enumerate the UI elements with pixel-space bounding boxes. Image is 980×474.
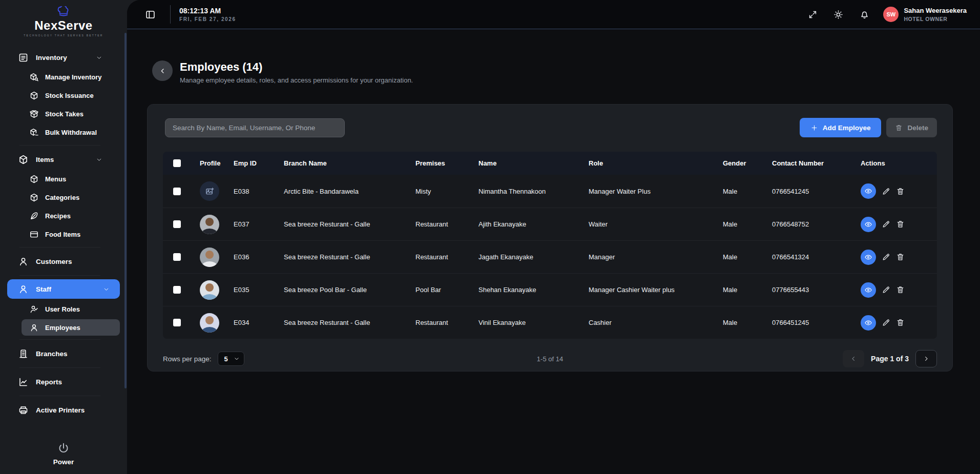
brightness-icon[interactable]	[833, 9, 844, 20]
power-button[interactable]: Power	[0, 442, 127, 474]
page-content: Employees (14) Manage employee details, …	[127, 29, 980, 474]
sidebar-item-label: Items	[36, 156, 54, 163]
page-head: Employees (14) Manage employee details, …	[152, 60, 947, 84]
users-icon	[18, 256, 29, 267]
edit-button[interactable]	[882, 187, 890, 196]
view-button[interactable]	[861, 217, 876, 232]
fullscreen-icon[interactable]	[808, 10, 818, 19]
rows-per-page-select[interactable]: 5	[218, 352, 244, 366]
row-checkbox[interactable]	[173, 319, 181, 326]
sidebar-toggle-icon[interactable]	[145, 9, 156, 20]
page-head-text: Employees (14) Manage employee details, …	[180, 60, 413, 84]
cell-name: Nimantha Thennakoon	[470, 175, 580, 208]
delete-button[interactable]: Delete	[886, 118, 937, 137]
chevron-down-icon	[103, 286, 110, 293]
sidebar-item-label: Stock Issuance	[45, 92, 94, 99]
trash-icon	[896, 253, 905, 261]
profile-avatar-photo	[200, 280, 219, 300]
edit-button[interactable]	[882, 285, 890, 294]
sidebar-item-food-items[interactable]: Food Items	[0, 225, 127, 243]
column-header-premises: Premises	[407, 152, 470, 175]
row-checkbox[interactable]	[173, 253, 181, 261]
brand-logo: NexServe TECHNOLOGY THAT SERVES BETTER	[0, 0, 127, 39]
cell-premises: Misty	[407, 175, 470, 208]
sidebar: NexServe TECHNOLOGY THAT SERVES BETTER I…	[0, 0, 127, 474]
cell-name: Vinil Ekanayake	[470, 306, 580, 339]
sidebar-item-label: Recipes	[45, 212, 71, 220]
sidebar-item-staff[interactable]: Staff	[7, 279, 120, 299]
eye-icon	[864, 286, 872, 294]
previous-page-button[interactable]	[843, 350, 864, 367]
rows-per-page-label: Rows per page:	[163, 355, 212, 363]
edit-button[interactable]	[882, 253, 890, 261]
pencil-icon	[882, 285, 890, 294]
sidebar-item-reports[interactable]: Reports	[0, 372, 127, 392]
cell-premises: Restaurant	[407, 240, 470, 273]
sidebar-item-recipes[interactable]: Recipes	[0, 207, 127, 225]
brand-tagline: TECHNOLOGY THAT SERVES BETTER	[0, 34, 127, 37]
cell-branch: Sea breeze Pool Bar - Galle	[276, 273, 407, 306]
view-button[interactable]	[861, 282, 876, 298]
sidebar-item-menus[interactable]: Menus	[0, 170, 127, 188]
cell-branch: Arctic Bite - Bandarawela	[276, 175, 407, 208]
sidebar-item-inventory[interactable]: Inventory	[0, 47, 127, 68]
view-button[interactable]	[861, 315, 876, 331]
clock-date: FRI, FEB 27, 2026	[179, 16, 236, 22]
user-menu[interactable]: SW Sahan Weerasekera HOTEL OWNER	[883, 7, 967, 22]
next-page-button[interactable]	[915, 350, 937, 367]
row-checkbox[interactable]	[173, 220, 181, 228]
sidebar-item-categories[interactable]: Categories	[0, 188, 127, 207]
edit-button[interactable]	[882, 318, 890, 327]
delete-row-button[interactable]	[896, 220, 905, 229]
top-header: 08:12:13 AM FRI, FEB 27, 2026 SW Sahan W…	[127, 0, 980, 29]
profile-avatar-photo	[200, 313, 219, 333]
box-icon	[29, 91, 39, 100]
delete-row-button[interactable]	[896, 187, 905, 196]
delete-row-button[interactable]	[896, 285, 905, 294]
view-button[interactable]	[861, 250, 876, 265]
view-button[interactable]	[861, 183, 876, 199]
sidebar-item-customers[interactable]: Customers	[0, 251, 127, 272]
table-row: E035 Sea breeze Pool Bar - Galle Pool Ba…	[163, 273, 937, 306]
pencil-icon	[882, 318, 890, 327]
brand-name: NexServe	[0, 19, 127, 32]
notifications-bell-icon[interactable]	[859, 9, 870, 20]
image-plus-icon	[205, 187, 215, 196]
delete-row-button[interactable]	[896, 318, 905, 327]
delete-row-button[interactable]	[896, 253, 905, 261]
cell-emp-id: E037	[225, 208, 276, 240]
employees-card: Add Employee Delete	[147, 104, 953, 372]
edit-button[interactable]	[882, 220, 890, 229]
sidebar-item-active-printers[interactable]: Active Printers	[0, 400, 127, 420]
pagination-range: 1-5 of 14	[537, 355, 563, 363]
sidebar-item-items[interactable]: Items	[0, 149, 127, 170]
cell-emp-id: E036	[225, 240, 276, 273]
column-header-profile: Profile	[192, 152, 225, 175]
sidebar-scrollbar[interactable]	[124, 33, 127, 388]
sidebar-item-label: Categories	[45, 194, 79, 201]
sidebar-item-employees[interactable]: Employees	[22, 319, 120, 336]
pencil-icon	[882, 253, 890, 261]
sidebar-item-label: Menus	[45, 175, 66, 183]
row-checkbox[interactable]	[173, 286, 181, 294]
sidebar-item-bulk-withdrawal[interactable]: Bulk Withdrawal	[0, 123, 127, 141]
sidebar-item-label: Active Printers	[36, 406, 85, 414]
add-employee-button[interactable]: Add Employee	[800, 118, 882, 137]
main-panel: 08:12:13 AM FRI, FEB 27, 2026 SW Sahan W…	[127, 0, 980, 474]
select-all-checkbox[interactable]	[173, 159, 181, 167]
header-divider	[170, 5, 171, 24]
chevron-down-icon	[96, 156, 102, 163]
sidebar-nav: Inventory Manage Inventory Stock Issuanc…	[0, 39, 127, 442]
sidebar-item-stock-issuance[interactable]: Stock Issuance	[0, 86, 127, 105]
row-checkbox[interactable]	[173, 188, 181, 195]
search-input[interactable]	[165, 118, 345, 137]
back-button[interactable]	[152, 60, 173, 81]
cell-name: Ajith Ekanayake	[470, 208, 580, 240]
sidebar-item-user-roles[interactable]: User Roles	[0, 300, 127, 318]
trash-icon	[896, 187, 905, 196]
column-header-emp-id: Emp ID	[225, 152, 276, 175]
sidebar-item-manage-inventory[interactable]: Manage Inventory	[0, 68, 127, 86]
sidebar-item-branches[interactable]: Branches	[0, 343, 127, 364]
sidebar-item-stock-takes[interactable]: Stock Takes	[0, 105, 127, 123]
cell-branch: Sea breeze Resturant - Galle	[276, 240, 407, 273]
